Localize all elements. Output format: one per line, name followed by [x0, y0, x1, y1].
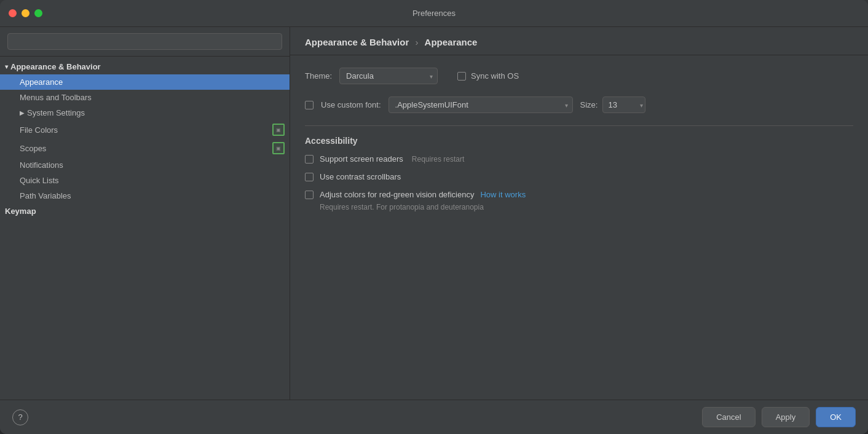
theme-dropdown[interactable]: Darcula IntelliJ Light High Contrast	[339, 68, 438, 84]
custom-font-label: Use custom font:	[321, 100, 381, 109]
font-dropdown-wrapper: .AppleSystemUIFont Arial Helvetica Monac…	[389, 97, 573, 113]
size-section: Size: ▾	[580, 97, 646, 113]
sidebar-item-system-settings[interactable]: ▶ System Settings	[0, 105, 290, 120]
color-blind-item: Adjust colors for red-green vision defic…	[305, 190, 853, 199]
screen-readers-label: Support screen readers	[320, 154, 403, 164]
preferences-window: Preferences 🔍 ▾ Appearance & Behavior Ap	[0, 0, 868, 434]
sidebar-item-path-variables[interactable]: Path Variables	[0, 188, 290, 203]
panel-header: Appearance & Behavior › Appearance	[290, 27, 868, 55]
sidebar-item-appearance-behavior[interactable]: ▾ Appearance & Behavior	[0, 59, 290, 74]
titlebar: Preferences	[0, 0, 868, 27]
breadcrumb-child: Appearance	[425, 37, 478, 47]
sync-os-label: Sync with OS	[471, 71, 519, 81]
sidebar-item-label: Scopes	[20, 144, 272, 153]
cancel-button[interactable]: Cancel	[702, 407, 755, 427]
sync-os-row: Sync with OS	[457, 71, 519, 81]
chevron-down-icon: ▾	[5, 63, 8, 70]
sidebar-item-appearance[interactable]: Appearance	[0, 74, 290, 90]
sidebar-item-label: Menus and Toolbars	[20, 93, 285, 102]
sidebar-item-menus-toolbars[interactable]: Menus and Toolbars	[0, 90, 290, 105]
sync-os-checkbox[interactable]	[457, 72, 466, 81]
theme-dropdown-wrapper: Darcula IntelliJ Light High Contrast ▾	[339, 68, 438, 84]
color-blind-description: Requires restart. For protanopia and deu…	[320, 203, 853, 211]
contrast-scrollbars-checkbox[interactable]	[305, 173, 314, 181]
search-wrapper: 🔍	[7, 33, 282, 50]
custom-font-row: Use custom font: .AppleSystemUIFont Aria…	[305, 97, 853, 113]
apply-button[interactable]: Apply	[762, 407, 810, 427]
search-input[interactable]	[7, 33, 282, 50]
theme-row: Theme: Darcula IntelliJ Light High Contr…	[305, 68, 853, 84]
sidebar-item-scopes[interactable]: Scopes ▣	[0, 139, 290, 157]
sidebar-item-label: Appearance & Behavior	[10, 62, 285, 71]
divider	[305, 125, 853, 126]
sidebar-tree: ▾ Appearance & Behavior Appearance Menus…	[0, 57, 290, 400]
panel-body: Theme: Darcula IntelliJ Light High Contr…	[290, 55, 868, 400]
action-icon-1[interactable]: ▣	[272, 124, 285, 136]
size-label: Size:	[580, 100, 598, 109]
font-dropdown[interactable]: .AppleSystemUIFont Arial Helvetica Monac…	[389, 97, 573, 113]
footer-buttons: Cancel Apply OK	[702, 407, 856, 427]
screen-readers-item: Support screen readers Requires restart	[305, 154, 853, 164]
minimize-button[interactable]	[22, 9, 30, 17]
sidebar-item-label: Appearance	[20, 77, 285, 87]
contrast-scrollbars-label: Use contrast scrollbars	[320, 172, 401, 181]
how-it-works-link[interactable]: How it works	[480, 190, 526, 199]
color-blind-checkbox[interactable]	[305, 191, 314, 199]
sidebar-item-label: Quick Lists	[20, 176, 285, 185]
size-input-wrapper: ▾	[602, 97, 645, 113]
sidebar-item-keymap[interactable]: Keymap	[0, 203, 290, 219]
action-icon-2[interactable]: ▣	[272, 142, 285, 154]
accessibility-header: Accessibility	[305, 136, 853, 146]
footer: ? Cancel Apply OK	[0, 400, 868, 434]
help-button[interactable]: ?	[12, 409, 28, 425]
maximize-button[interactable]	[34, 9, 42, 17]
breadcrumb: Appearance & Behavior › Appearance	[305, 37, 853, 47]
search-bar: 🔍	[0, 27, 290, 57]
sidebar-item-label: Keymap	[5, 207, 285, 216]
sidebar-item-label: Path Variables	[20, 191, 285, 200]
file-colors-icons: ▣	[272, 124, 285, 136]
theme-label: Theme:	[305, 71, 332, 81]
screen-readers-note: Requires restart	[412, 155, 464, 164]
chevron-right-icon: ▶	[20, 109, 25, 116]
contrast-scrollbars-item: Use contrast scrollbars	[305, 172, 853, 181]
screen-readers-checkbox[interactable]	[305, 155, 314, 164]
sidebar-item-label: System Settings	[27, 108, 285, 117]
ok-button[interactable]: OK	[816, 407, 856, 427]
sidebar-item-file-colors[interactable]: File Colors ▣	[0, 120, 290, 139]
breadcrumb-parent: Appearance & Behavior	[305, 37, 409, 47]
sidebar-item-label: Notifications	[20, 160, 285, 170]
sidebar-item-quick-lists[interactable]: Quick Lists	[0, 173, 290, 188]
close-button[interactable]	[9, 9, 17, 17]
main-content: 🔍 ▾ Appearance & Behavior Appearance Men…	[0, 27, 868, 400]
traffic-lights	[9, 9, 42, 17]
color-blind-label: Adjust colors for red-green vision defic…	[320, 190, 474, 199]
accessibility-section: Accessibility Support screen readers Req…	[305, 136, 853, 211]
scopes-icons: ▣	[272, 142, 285, 154]
sidebar-item-notifications[interactable]: Notifications	[0, 157, 290, 173]
sidebar: 🔍 ▾ Appearance & Behavior Appearance Men…	[0, 27, 290, 400]
sidebar-item-label: File Colors	[20, 125, 272, 135]
custom-font-checkbox[interactable]	[305, 101, 314, 109]
right-panel: Appearance & Behavior › Appearance Theme…	[290, 27, 868, 400]
breadcrumb-separator: ›	[415, 37, 418, 47]
font-size-input[interactable]	[602, 97, 645, 113]
window-title: Preferences	[412, 9, 456, 18]
